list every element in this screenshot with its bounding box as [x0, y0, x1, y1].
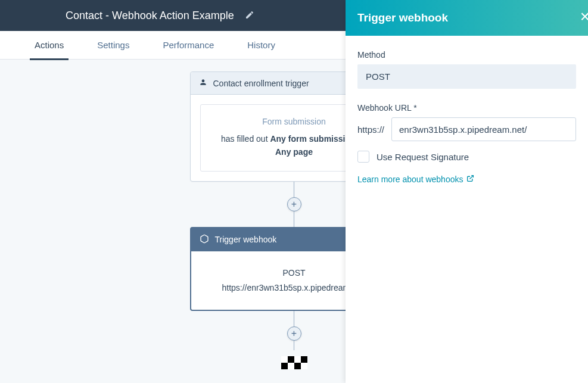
trigger-title: Contact enrollment trigger — [213, 79, 309, 88]
signature-label[interactable]: Use Request Signature — [377, 152, 469, 162]
method-label: Method — [357, 50, 576, 60]
external-link-icon — [466, 175, 474, 184]
connector: + — [287, 311, 301, 350]
learn-link-text: Learn more about webhooks — [357, 175, 463, 184]
learn-more-link[interactable]: Learn more about webhooks — [357, 175, 474, 184]
end-marker-icon — [281, 356, 307, 369]
tab-actions[interactable]: Actions — [18, 31, 80, 60]
contact-icon — [199, 78, 207, 88]
connector-line — [294, 182, 294, 197]
connector-line — [294, 341, 294, 350]
tab-label: Actions — [35, 40, 64, 50]
svg-line-0 — [470, 176, 474, 179]
panel-header: Trigger webhook × — [346, 0, 588, 36]
add-action-button[interactable]: + — [287, 326, 301, 341]
signature-checkbox[interactable] — [357, 151, 369, 163]
tab-history[interactable]: History — [231, 31, 292, 60]
action-title: Trigger webhook — [215, 235, 277, 244]
edit-title-icon[interactable] — [245, 10, 254, 21]
signature-checkbox-row: Use Request Signature — [357, 151, 576, 163]
webhook-icon — [200, 234, 209, 245]
close-icon[interactable]: × — [580, 8, 588, 25]
connector: + — [287, 182, 301, 227]
tab-label: Settings — [97, 40, 129, 50]
url-prefix: https:// — [357, 124, 384, 135]
side-panel: Trigger webhook × Method POST Webhook UR… — [346, 0, 588, 383]
tab-label: Performance — [163, 40, 214, 50]
tab-label: History — [247, 40, 275, 50]
tab-settings[interactable]: Settings — [80, 31, 146, 60]
panel-body: Method POST Webhook URL * https:// Use R… — [346, 36, 588, 198]
connector-line — [294, 311, 294, 326]
panel-title: Trigger webhook — [357, 11, 448, 24]
connector-line — [294, 211, 294, 227]
url-label: Webhook URL * — [357, 103, 576, 113]
method-select[interactable]: POST — [357, 64, 576, 89]
webhook-url-input[interactable] — [391, 117, 576, 141]
add-action-button[interactable]: + — [287, 197, 301, 211]
method-value: POST — [366, 71, 390, 82]
page-title: Contact - Webhook Action Example — [66, 10, 234, 22]
url-row: https:// — [357, 117, 576, 141]
tab-performance[interactable]: Performance — [146, 31, 231, 60]
